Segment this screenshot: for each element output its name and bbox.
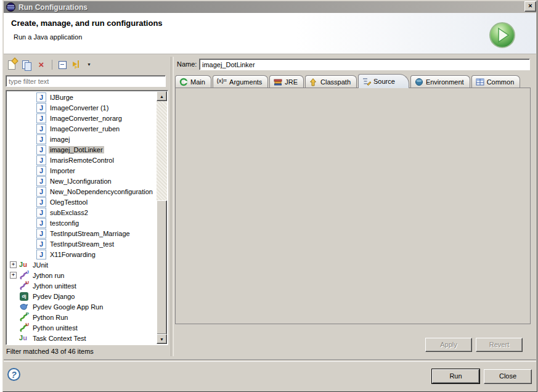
help-icon: ? [11, 370, 17, 380]
name-label: Name: [177, 60, 197, 68]
header-title: Create, manage, and run configurations [11, 18, 163, 28]
tree-item-imageconverter-ruben[interactable]: JImageConverter_ruben [7, 123, 168, 134]
java-app-icon: J [36, 166, 46, 176]
tree-item-testinputstream-marriage[interactable]: JTestInputStream_Marriage [7, 228, 168, 239]
panel-sash[interactable] [171, 57, 174, 356]
configurations-tree[interactable]: JIJBurgeJImageConverter (1)JImageConvert… [6, 90, 168, 345]
tree-item-label: Pydev Google App Run [31, 303, 104, 311]
tree-item-imageconverter-norarg[interactable]: JImageConverter_norarg [7, 113, 168, 123]
tree-item-python-unittest[interactable]: UPython unittest [7, 322, 168, 333]
tree-item-pydev-google-app-run[interactable]: Pydev Google App Run [7, 301, 168, 312]
tree-item-imagej-dotlinker[interactable]: Jimagej_DotLinker [7, 144, 168, 155]
tree-item-importer[interactable]: JImporter [7, 165, 168, 176]
window-close-button[interactable]: × [524, 1, 536, 12]
apply-button[interactable]: Apply [425, 338, 472, 352]
tree-item-imageconverter-1-[interactable]: JImageConverter (1) [7, 102, 168, 113]
python-unittest-icon: U [19, 323, 29, 333]
jython-unittest-icon: U [19, 281, 29, 291]
tab-label: Classpath [320, 78, 351, 86]
tree-item-label: Jython run [31, 272, 65, 279]
name-input[interactable] [199, 59, 530, 70]
tree-item-jython-unittest[interactable]: UJython unittest [7, 280, 168, 291]
tab-label: Arguments [229, 78, 262, 86]
expand-icon[interactable]: + [10, 261, 17, 268]
filter-configurations-icon[interactable] [72, 59, 83, 70]
configurations-toolbar: ×▼ [6, 57, 93, 72]
tree-item-label: TestInputStream_Marriage [49, 230, 131, 237]
tree-item-x11forwarding[interactable]: JX11Forwarding [7, 249, 168, 259]
filter-input[interactable] [6, 75, 166, 87]
tree-item-junit[interactable]: +JuJUnit [7, 259, 168, 270]
tree-item-subexclass2[interactable]: JsubExclass2 [7, 207, 168, 218]
tab-source[interactable]: Source [358, 74, 409, 88]
duplicate-configuration-icon[interactable] [21, 59, 32, 70]
run-button[interactable]: Run [432, 369, 479, 383]
tree-item-pydev-django[interactable]: djPydev Django [7, 291, 168, 301]
java-app-icon: J [36, 187, 46, 197]
tab-arguments[interactable]: (x)=Arguments [213, 75, 268, 88]
java-app-icon: J [36, 134, 46, 144]
tree-item-label: X11Forwarding [49, 251, 97, 258]
tab-main[interactable]: Main [175, 75, 211, 88]
java-app-icon: J [36, 103, 46, 113]
tree-item-testconfig[interactable]: Jtestconfig [7, 218, 168, 228]
tree-item-label: imagej [49, 136, 71, 143]
tree-item-new-ijconfiguration[interactable]: JNew_IJconfiguration [7, 176, 168, 186]
java-app-icon: J [36, 92, 46, 102]
tree-item-testinputstream-test[interactable]: JTestInputStream_test [7, 239, 168, 249]
tree-item-label: TestInputStream_test [49, 240, 115, 248]
tree-scroll-down-button[interactable]: ▼ [157, 334, 167, 344]
tab-label: JRE [285, 78, 298, 86]
tree-item-task-context-test[interactable]: JuTask Context Test [7, 333, 168, 343]
tree-scroll-up-button[interactable]: ▲ [157, 91, 167, 101]
run-button-frame: Run [431, 369, 480, 384]
header-banner: Create, manage, and run configurations R… [4, 13, 536, 54]
tree-item-imagej[interactable]: Jimagej [7, 134, 168, 144]
titlebar[interactable]: Run Configurations [4, 1, 536, 13]
run-sphere-icon [488, 21, 516, 49]
delete-configuration-icon[interactable]: × [36, 59, 47, 70]
tree-item-label: imagej_DotLinker [49, 146, 104, 153]
tab-label: Source [373, 78, 395, 85]
tree-item-imarisremotecontrol[interactable]: JImarisRemoteControl [7, 155, 168, 165]
tree-item-label: IJBurge [49, 94, 75, 101]
tree-item-ijburge[interactable]: JIJBurge [7, 92, 168, 102]
tree-item-new-nodependencyconfiguration[interactable]: JNew_NoDependencyconfiguration [7, 186, 168, 197]
tree-item-python-run[interactable]: PPython Run [7, 312, 168, 322]
tab-classpath[interactable]: Classpath [305, 75, 357, 88]
pydev-gae-icon [19, 302, 29, 312]
tree-scrollbar-thumb[interactable] [157, 200, 167, 335]
python-run-icon: P [19, 312, 29, 322]
tree-item-label: New_IJconfiguration [49, 178, 113, 185]
java-app-icon: J [36, 208, 46, 218]
tab-label: Main [190, 78, 205, 86]
eclipse-logo-icon [6, 2, 15, 12]
tree-item-label: testconfig [49, 219, 80, 227]
toolbar-dropdown-icon[interactable]: ▼ [87, 59, 93, 70]
tree-item-label: Task Context Test [31, 335, 88, 342]
expand-icon[interactable]: + [10, 272, 17, 279]
tab-environment[interactable]: Environment [410, 75, 470, 88]
java-app-icon: J [36, 250, 46, 259]
tab-main-icon [179, 78, 188, 86]
tab-jre[interactable]: JRE [269, 75, 304, 88]
java-app-icon: J [36, 145, 46, 155]
java-app-icon: J [36, 155, 46, 165]
help-button[interactable]: ? [7, 368, 20, 381]
new-configuration-icon[interactable] [6, 59, 17, 70]
java-app-icon: J [36, 176, 46, 186]
java-app-icon: J [36, 229, 46, 239]
tree-item-label: ImageConverter_norarg [49, 115, 123, 122]
source-tab-panel [175, 88, 531, 324]
tree-item-olegtesttool[interactable]: JOlegTesttool [7, 197, 168, 207]
tree-item-label: ImageConverter_ruben [49, 125, 121, 133]
jython-run-icon: J [19, 271, 29, 280]
filter-status-text: Filter matched 43 of 46 items [6, 348, 94, 355]
tree-item-label: subExclass2 [49, 209, 89, 216]
tree-item-jython-run[interactable]: +JJython run [7, 270, 168, 280]
tree-item-label: ImageConverter (1) [49, 104, 110, 112]
revert-button[interactable]: Revert [476, 338, 523, 352]
collapse-all-icon[interactable] [57, 59, 68, 70]
tab-common[interactable]: Common [471, 75, 521, 88]
close-button[interactable]: Close [484, 369, 532, 384]
